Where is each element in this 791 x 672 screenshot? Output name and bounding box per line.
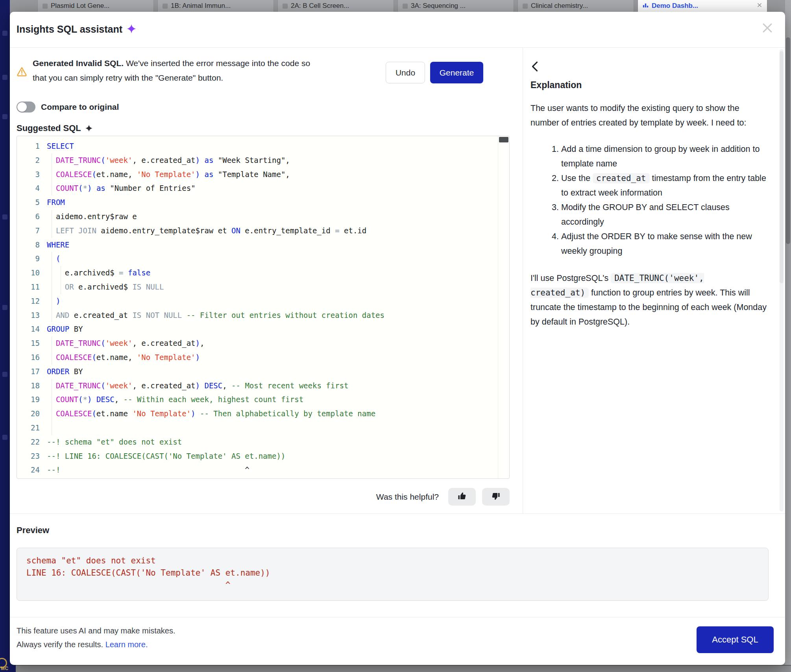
thumbs-up-button[interactable] [448, 488, 476, 506]
line-number: 20 [17, 407, 40, 421]
document-icon [403, 4, 408, 9]
line-number: 16 [17, 351, 40, 365]
thumbs-down-button[interactable] [482, 488, 510, 506]
editor-scrollbar-thumb[interactable] [499, 137, 508, 142]
accept-sql-button[interactable]: Accept SQL [697, 626, 774, 653]
warning-icon [17, 66, 27, 85]
line-number: 18 [17, 379, 40, 393]
code-line: 21 [17, 421, 497, 435]
code-line: 3 COALESCE(et.name, 'No Template') as "T… [17, 168, 497, 182]
thumbs-down-icon [491, 491, 501, 502]
banner-text: Generated Invalid SQL. We've inserted th… [33, 56, 323, 85]
code-line: 1SELECT [17, 139, 497, 153]
close-icon[interactable] [761, 21, 774, 35]
browser-tab[interactable]: 1B: Animal Immun... [157, 0, 274, 12]
browser-tab[interactable]: Demo Dashb... [638, 0, 767, 12]
code-line: 15 DATE_TRUNC('week', e.created_at), [17, 336, 497, 351]
sidebar-icon [2, 435, 7, 440]
inline-code: created_at [593, 173, 649, 183]
window-scrollbar-thumb[interactable] [786, 37, 790, 244]
line-number: 10 [17, 266, 40, 280]
editor-scrollbar[interactable] [498, 136, 509, 478]
explanation-scrollbar[interactable] [780, 49, 784, 511]
footer-divider [10, 617, 785, 617]
toggle-knob [17, 102, 27, 112]
browser-tab[interactable]: 2A: B Cell Screen... [277, 0, 394, 12]
line-number: 11 [17, 280, 40, 294]
explanation-outro: I'll use PostgreSQL's DATE_TRUNC('week',… [530, 271, 767, 329]
line-number: 9 [17, 252, 40, 266]
line-number: 6 [17, 210, 40, 224]
browser-tab[interactable]: Clinical chemistry... [517, 0, 634, 12]
browser-tab-label: Clinical chemistry... [531, 2, 588, 10]
compare-toggle[interactable] [17, 102, 35, 113]
thumbs-up-icon [457, 491, 467, 502]
browser-tab-label: 1B: Animal Immun... [171, 2, 231, 10]
code-line: 24--! ^ [17, 463, 497, 477]
code-line: 7 LEFT JOIN aidemo.entry_template$raw et… [17, 224, 497, 238]
preview-heading: Preview [17, 525, 49, 535]
code-line: 12 ) [17, 294, 497, 308]
generate-button[interactable]: Generate [430, 62, 483, 83]
browser-tabs: Plasmid Lot Gene...1B: Animal Immun...2A… [10, 0, 785, 12]
explanation-panel: Explanation The user wants to modify the… [530, 78, 767, 329]
sidebar-icon [2, 372, 7, 377]
document-icon [523, 4, 528, 9]
browser-tab-label: 3A: Sequencing ... [411, 2, 466, 10]
code-line: 16 COALESCE(et.name, 'No Template') [17, 351, 497, 365]
line-number: 5 [17, 196, 40, 210]
footer-line2: Always verify the results. Learn more. [17, 638, 176, 652]
browser-tab-label: 2A: B Cell Screen... [291, 2, 349, 10]
explanation-steps: Add a time dimension to group by week in… [530, 142, 767, 258]
line-number: 15 [17, 336, 40, 351]
sidebar-icon [2, 305, 7, 310]
line-number: 23 [17, 449, 40, 463]
code-line: 22--! schema "et" does not exist [17, 435, 497, 449]
line-number: 13 [17, 308, 40, 323]
sidebar-icon [2, 214, 7, 220]
document-icon [283, 4, 288, 9]
sidebar-icon [2, 75, 7, 80]
code-line: 2 DATE_TRUNC('week', e.created_at) as "W… [17, 153, 497, 168]
inline-code: DATE_TRUNC('week', created_at) [530, 273, 704, 298]
feedback-question: Was this helpful? [376, 492, 439, 502]
browser-tab[interactable]: 3A: Sequencing ... [397, 0, 514, 12]
sparkle-icon-dark [85, 124, 93, 135]
code-line: 14GROUP BY [17, 322, 497, 336]
explanation-step: Add a time dimension to group by week in… [561, 142, 767, 171]
explanation-step: Modify the GROUP BY and SELECT clauses a… [561, 200, 767, 229]
code-line: 4 COUNT(*) as "Number of Entries" [17, 181, 497, 196]
footer-disclaimer: This feature uses AI and may make mistak… [17, 624, 176, 652]
explanation-heading: Explanation [530, 78, 767, 92]
sql-code-editor[interactable]: 1SELECT2 DATE_TRUNC('week', e.created_at… [17, 136, 510, 479]
tab-close-icon[interactable] [757, 2, 762, 10]
learn-more-link[interactable]: Learn more. [105, 640, 148, 649]
line-number: 7 [17, 224, 40, 238]
code-line: 8WHERE [17, 238, 497, 252]
code-line: 9 ( [17, 252, 497, 266]
app-sidebar [0, 0, 10, 672]
explanation-step: Use the created_at timestamp from the en… [561, 171, 767, 200]
suggested-sql-label: Suggested SQL [17, 123, 93, 135]
sql-assistant-dialog: Insights SQL assistant Generated Invalid… [10, 12, 785, 665]
line-number: 1 [17, 139, 40, 153]
browser-tab-label: Plasmid Lot Gene... [51, 2, 109, 10]
line-number: 24 [17, 463, 40, 477]
compare-toggle-label: Compare to original [41, 102, 119, 112]
line-number: 12 [17, 294, 40, 308]
preview-error-box: schema "et" does not exist LINE 16: COAL… [17, 548, 769, 601]
browser-tab[interactable]: Plasmid Lot Gene... [37, 0, 154, 12]
sidebar-icon [2, 114, 7, 119]
window-scrollbar[interactable] [785, 0, 791, 672]
code-line: 20 COALESCE(et.name 'No Template') -- Th… [17, 407, 497, 421]
collapse-panel-icon[interactable] [530, 61, 542, 74]
explanation-scrollbar-thumb[interactable] [780, 51, 784, 283]
undo-button[interactable]: Undo [386, 62, 425, 83]
browser-tab-label: Demo Dashb... [652, 2, 698, 10]
document-icon [163, 4, 168, 9]
explanation-step: Adjust the ORDER BY to make sense with t… [561, 229, 767, 258]
line-number: 4 [17, 181, 40, 196]
avatar-initials: MC [1, 666, 9, 671]
document-icon [43, 4, 48, 9]
code-lines: 1SELECT2 DATE_TRUNC('week', e.created_at… [17, 139, 497, 477]
